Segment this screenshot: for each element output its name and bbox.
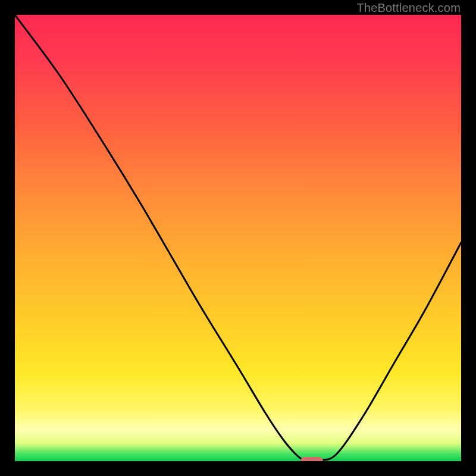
bottleneck-curve	[15, 15, 461, 461]
watermark-text: TheBottleneck.com	[356, 1, 461, 15]
chart-frame: TheBottleneck.com	[0, 0, 476, 476]
plot-area	[15, 15, 461, 461]
optimum-marker	[300, 457, 323, 461]
curve-path	[15, 15, 461, 461]
